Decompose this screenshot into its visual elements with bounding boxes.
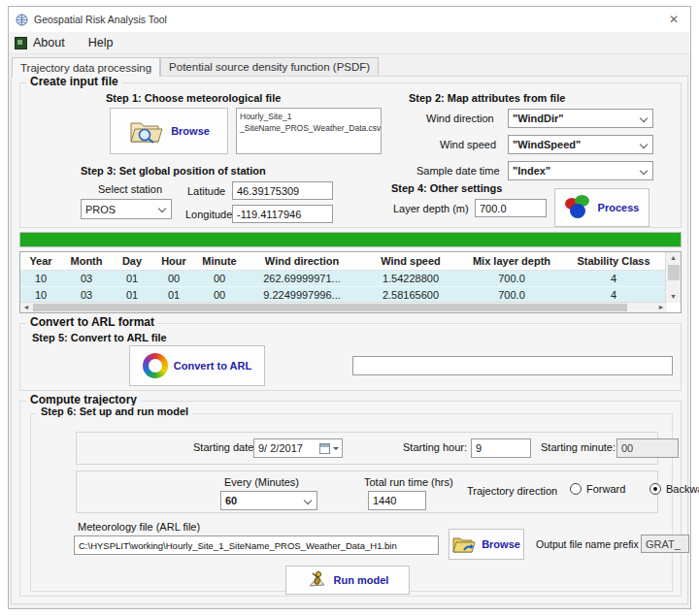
- total-run-time-label: Total run time (hrs): [364, 476, 453, 488]
- every-minutes-value: 60: [225, 495, 304, 506]
- table-header-row: Year Month Day Hour Minute Wind directio…: [20, 252, 681, 271]
- cell-day: 01: [112, 286, 152, 303]
- sample-date-time-value: "Index": [513, 165, 640, 177]
- cell-wind-speed: 1.54228800: [360, 271, 461, 286]
- met-browse-label: Browse: [482, 538, 520, 550]
- starting-date-value: 9/ 2/2017: [258, 442, 319, 454]
- compute-trajectory-title: Compute trajectory: [26, 393, 141, 406]
- compute-trajectory-group: Compute trajectory Step 6: Set up and ru…: [19, 401, 682, 597]
- col-stability-class[interactable]: Stability Class: [562, 252, 665, 271]
- scroll-left-icon[interactable]: ◄: [20, 303, 32, 312]
- create-input-title: Create input file: [26, 75, 122, 88]
- step6-group: Step 6: Set up and run model Starting da…: [30, 413, 673, 592]
- table-row[interactable]: 10 03 01 01 00 9.2249997996... 2.5816560…: [20, 286, 681, 303]
- layer-depth-input[interactable]: [475, 199, 547, 217]
- wind-speed-value: "WindSpeed": [513, 139, 640, 150]
- starting-minute-input[interactable]: [616, 438, 679, 458]
- trajectory-direction-label: Trajectory direction: [467, 485, 557, 497]
- about-icon: [15, 37, 27, 49]
- cell-stability-class: 4: [562, 271, 665, 286]
- col-hour[interactable]: Hour: [152, 252, 195, 271]
- cell-wind-speed: 2.58165600: [360, 286, 461, 303]
- starting-date-picker[interactable]: 9/ 2/2017: [253, 438, 343, 458]
- tab-trajectory-data-processing[interactable]: Trajectory data processing: [12, 57, 160, 77]
- longitude-label: Longitude: [185, 209, 232, 220]
- cell-wind-direction: 9.2249997996...: [244, 286, 360, 303]
- hscroll-thumb[interactable]: [33, 304, 627, 311]
- step5-title: Step 5: Convert to ARL file: [32, 332, 167, 343]
- starting-hour-input[interactable]: [471, 438, 531, 458]
- horizontal-scrollbar[interactable]: ◄ ►: [20, 302, 667, 312]
- output-prefix-label: Output file name prefix: [536, 538, 639, 550]
- table-row[interactable]: 10 03 01 00 00 262.69999971... 1.5422880…: [20, 271, 681, 286]
- app-window: Geospatial Risk Analysis Tool ✕ About He…: [8, 6, 691, 609]
- run-model-button[interactable]: Run model: [285, 566, 410, 595]
- sample-date-time-select[interactable]: "Index": [508, 161, 653, 180]
- file-name-line1: Hourly_Site_1: [240, 111, 378, 122]
- col-wind-direction[interactable]: Wind direction: [244, 252, 360, 271]
- progress-bar: [19, 232, 682, 247]
- col-wind-speed[interactable]: Wind speed: [360, 252, 461, 271]
- chevron-down-icon: [304, 497, 313, 505]
- output-prefix-input[interactable]: [641, 535, 689, 553]
- close-button[interactable]: ✕: [657, 7, 690, 32]
- radio-icon[interactable]: [570, 483, 582, 495]
- col-mix-layer-depth[interactable]: Mix layer depth: [461, 252, 562, 271]
- chevron-down-icon: [640, 167, 649, 176]
- tab-strip: Trajectory data processing Potential sou…: [9, 54, 690, 76]
- scroll-down-icon[interactable]: ▼: [666, 291, 681, 303]
- col-day[interactable]: Day: [112, 252, 152, 271]
- wind-direction-value: "WindDir": [513, 113, 640, 124]
- col-year[interactable]: Year: [20, 252, 61, 271]
- starting-hour-label: Starting hour:: [403, 441, 467, 453]
- latitude-input[interactable]: [232, 181, 333, 200]
- wind-speed-label: Wind speed: [440, 139, 496, 150]
- scroll-right-icon[interactable]: ►: [655, 303, 667, 312]
- process-label: Process: [598, 202, 640, 213]
- menu-help[interactable]: Help: [75, 34, 123, 51]
- vertical-scrollbar[interactable]: ▲ ▼: [665, 252, 681, 303]
- met-browse-button[interactable]: Browse: [449, 529, 524, 560]
- station-value: PROS: [85, 204, 158, 215]
- weather-data-table: Year Month Day Hour Minute Wind directio…: [19, 251, 682, 313]
- convert-to-arl-label: Convert to ARL: [174, 360, 251, 372]
- cell-minute: 00: [195, 271, 244, 286]
- cell-hour: 00: [152, 271, 195, 286]
- convert-arl-title: Convert to ARL format: [26, 315, 158, 329]
- title-bar: Geospatial Risk Analysis Tool ✕: [9, 7, 690, 32]
- folder-open-icon: [452, 535, 476, 554]
- cell-wind-direction: 262.69999971...: [244, 271, 360, 286]
- start-time-panel: Starting date: 9/ 2/2017 Starting hour: …: [76, 432, 658, 465]
- radio-icon[interactable]: [649, 483, 661, 495]
- cell-mix-layer-depth: 700.0: [461, 271, 562, 286]
- total-run-time-input[interactable]: [368, 491, 426, 510]
- select-station-label: Select station: [98, 183, 162, 195]
- step1-browse-label: Browse: [171, 125, 210, 137]
- cell-hour: 01: [152, 286, 195, 303]
- backward-radio[interactable]: Backward: [649, 483, 699, 495]
- chevron-down-icon: [640, 141, 649, 149]
- col-minute[interactable]: Minute: [195, 252, 244, 271]
- longitude-input[interactable]: [232, 205, 333, 223]
- chevron-down-icon: [158, 205, 167, 213]
- step1-browse-button[interactable]: Browse: [110, 108, 228, 154]
- forward-radio[interactable]: Forward: [570, 483, 625, 495]
- tab-psdf[interactable]: Potential source density function (PSDF): [160, 57, 379, 76]
- wind-direction-label: Wind direction: [426, 113, 494, 124]
- folder-search-icon: [128, 116, 165, 146]
- sample-date-time-label: Sample date time: [416, 165, 500, 177]
- backward-label: Backward: [666, 483, 699, 495]
- cell-mix-layer-depth: 700.0: [461, 286, 562, 303]
- vscroll-thumb[interactable]: [668, 265, 680, 280]
- step3-title: Step 3: Set global position of station: [81, 165, 266, 177]
- station-select[interactable]: PROS: [81, 199, 172, 219]
- convert-to-arl-button[interactable]: Convert to ARL: [129, 345, 265, 386]
- col-month[interactable]: Month: [61, 252, 112, 271]
- wind-speed-select[interactable]: "WindSpeed": [508, 135, 653, 154]
- process-button[interactable]: Process: [554, 188, 649, 227]
- wind-direction-select[interactable]: "WindDir": [508, 109, 653, 128]
- met-file-input[interactable]: [74, 535, 439, 555]
- menu-about[interactable]: About: [31, 34, 75, 51]
- scroll-up-icon[interactable]: ▲: [666, 252, 681, 264]
- every-minutes-select[interactable]: 60: [220, 491, 317, 510]
